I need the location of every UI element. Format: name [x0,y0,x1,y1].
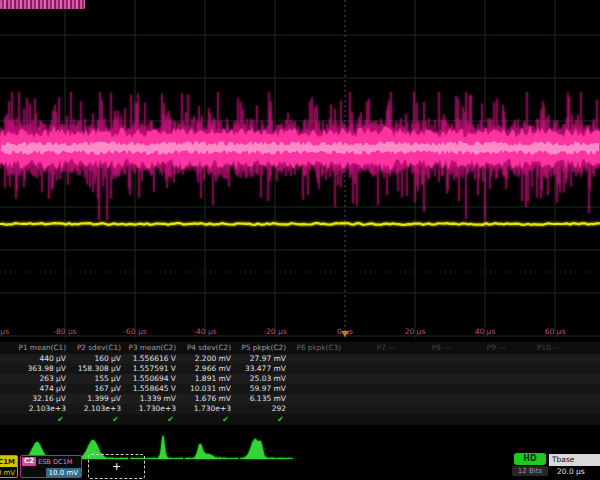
trigger-position-marker [341,331,349,337]
hd-bits-label: 12 Bits [512,466,548,476]
channel-descriptor-c2[interactable]: C2 ESB DC1M 10.0 mV [20,455,82,478]
measure-min-P1: 263 µV [14,375,69,383]
timebase-label: Tbase [549,454,600,466]
measure-status-P2: ✔ [69,416,124,424]
measure-value-P1: 440 µV [14,355,69,363]
measure-min-P4: 1.891 mV [179,375,234,383]
c2-coupling-label: ESB DC1M [38,458,73,466]
measure-header-P8[interactable]: P8 --- [399,344,454,351]
measure-header-P4[interactable]: P4 sdev(C2) [179,344,234,351]
measure-min-P2: 155 µV [69,375,124,383]
c2-channel-chip: C2 [22,457,36,466]
measure-header-P6[interactable]: P6 pkpk(C3) [289,344,344,351]
measure-sdev-P2: 1.399 µV [69,395,124,403]
channel-descriptor-c1[interactable]: C1 DC1M 10.0 mV [0,455,18,478]
measure-header-P3[interactable]: P3 mean(C2) [124,344,179,351]
c2-trace [0,92,600,220]
measure-status-P4: ✔ [179,416,234,424]
measure-min-P5: 25.03 mV [234,375,289,383]
measure-num-P1: 2.103e+3 [14,405,69,413]
time-axis: -100 µs-80 µs-60 µs-40 µs-20 µs0 µs20 µs… [0,326,600,338]
time-axis-label: -40 µs [193,326,216,338]
measure-mean-P5: 33.477 mV [234,365,289,373]
time-axis-label: -60 µs [123,326,146,338]
measure-status-P1: ✔ [14,416,69,424]
measure-header-P2[interactable]: P2 sdev(C1) [69,344,124,351]
measure-max-P1: 474 µV [14,385,69,393]
time-axis-label: 20 µs [405,326,426,338]
measure-min-P3: 1.550694 V [124,375,179,383]
measure-num-P4: 1.730e+3 [179,405,234,413]
measure-header-P10[interactable]: P10 --- [509,344,564,351]
measure-mean-P3: 1.557591 V [124,365,179,373]
measure-sdev-P1: 32.16 µV [14,395,69,403]
measure-sdev-P3: 1.339 mV [124,395,179,403]
measure-max-P2: 167 µV [69,385,124,393]
c1-trace [0,223,600,225]
c1-scale: 10.0 mV [0,469,15,477]
time-axis-label: 40 µs [475,326,496,338]
clipped-overlay-label [0,0,85,9]
measure-header-P1[interactable]: P1 mean(C1) [14,344,69,351]
measure-header-P9[interactable]: P9 --- [454,344,509,351]
measure-status-P3: ✔ [124,416,179,424]
measure-max-P4: 10.031 mV [179,385,234,393]
plus-icon: + [112,460,121,473]
time-axis-label: -80 µs [53,326,76,338]
measure-value-P5: 27.97 mV [234,355,289,363]
measure-max-P5: 59.97 mV [234,385,289,393]
c1-title: C1 DC1M [0,458,15,466]
measure-status-P5: ✔ [234,416,289,424]
measure-mean-P4: 2.966 mV [179,365,234,373]
measurement-table: P1 mean(C1)P2 sdev(C1)P3 mean(C2)P4 sdev… [0,342,600,425]
measure-num-P5: 292 [234,405,289,413]
timebase-descriptor[interactable]: Tbase 20.0 µs [549,454,600,478]
measure-num-P2: 2.103e+3 [69,405,124,413]
measure-max-P3: 1.558645 V [124,385,179,393]
add-trace-button[interactable]: + [88,454,145,479]
measure-header-P7[interactable]: P7 --- [344,344,399,351]
oscilloscope-screen: -100 µs-80 µs-60 µs-40 µs-20 µs0 µs20 µs… [0,0,600,480]
measure-num-P3: 1.730e+3 [124,405,179,413]
measure-header-P5[interactable]: P5 pkpk(C2) [234,344,289,351]
measure-sdev-P5: 6.135 mV [234,395,289,403]
measure-sdev-P4: 1.676 mV [179,395,234,403]
c2-scale: 10.0 mV [46,468,81,478]
measure-mean-P2: 158.308 µV [69,365,124,373]
measure-value-P2: 160 µV [69,355,124,363]
timebase-value: 20.0 µs [549,466,600,478]
time-axis-label: -20 µs [263,326,286,338]
measure-value-P4: 2.200 mV [179,355,234,363]
time-axis-label: 60 µs [545,326,566,338]
measure-mean-P1: 363.98 µV [14,365,69,373]
measure-value-P3: 1.556616 V [124,355,179,363]
hd-badge: HD [514,453,546,465]
time-axis-label: -100 µs [0,326,9,338]
hd-mode-indicator[interactable]: HD 12 Bits [512,453,548,476]
